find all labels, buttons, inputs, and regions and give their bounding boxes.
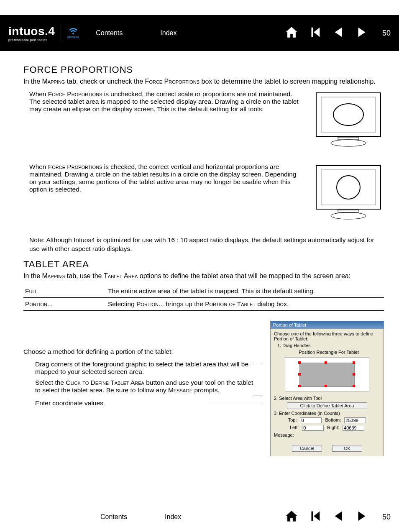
bottom-label: Bottom: [325, 417, 341, 423]
unchecked-paragraph: When Force Proportions is unchecked, the… [23, 90, 300, 113]
list-item: Select the Click to Define Tablet Area b… [35, 379, 262, 396]
cancel-button[interactable]: Cancel [292, 445, 322, 452]
contents-link-footer[interactable]: Contents [100, 513, 127, 521]
tablet-area-intro: In the Mapping tab, use the Tablet Area … [23, 271, 384, 281]
first-page-icon[interactable] [308, 509, 322, 525]
logo-text: intuos.4 [8, 25, 55, 38]
circle-monitor-illustration [313, 163, 384, 223]
right-field[interactable]: 40639 [343, 425, 364, 431]
option-full-desc: The entire active area of the tablet is … [106, 285, 384, 298]
option-portion-label: Portion... [25, 300, 53, 307]
bottom-field[interactable]: 25399 [344, 417, 366, 423]
portion-of-tablet-dialog: Portion of Tablet Choose one of the foll… [270, 321, 384, 456]
tablet-area-options-table: Full The entire active area of the table… [23, 285, 384, 311]
next-page-icon[interactable] [355, 25, 369, 41]
svg-point-9 [331, 212, 366, 219]
home-icon[interactable] [284, 509, 299, 525]
dialog-step1: 1. Drag Handles [277, 343, 380, 348]
table-row: Portion... Selecting Portion... brings u… [23, 298, 384, 311]
force-proportions-intro: In the Mapping tab, check or uncheck the… [23, 77, 384, 86]
page-number-footer: 50 [382, 513, 391, 522]
table-row: Full The entire active area of the table… [23, 285, 384, 298]
index-link-footer[interactable]: Index [165, 513, 181, 521]
svg-point-7 [337, 176, 360, 199]
svg-rect-0 [316, 93, 381, 136]
index-link[interactable]: Index [160, 29, 176, 37]
list-item: Enter coordinate values. [35, 399, 262, 407]
drag-handles-area[interactable] [285, 357, 369, 391]
left-label: Left: [290, 425, 299, 431]
section-title-force-proportions: FORCE PROPORTIONS [23, 64, 384, 75]
list-item: Drag corners of the foreground graphic t… [35, 361, 262, 376]
section-title-tablet-area: TABLET AREA [23, 259, 384, 270]
header-links: Contents Index [96, 29, 176, 37]
next-page-icon[interactable] [355, 509, 369, 525]
option-portion-desc: Selecting Portion... brings up the Porti… [106, 298, 384, 311]
left-field[interactable]: 0 [302, 425, 324, 431]
first-page-icon[interactable] [308, 25, 322, 41]
home-icon[interactable] [284, 25, 299, 41]
svg-point-4 [331, 140, 366, 146]
svg-rect-8 [338, 210, 359, 212]
header-bar: intuos.4 professional pen tablet wireles… [0, 15, 399, 51]
dialog-step1-sub: Position Rectangle For Tablet [277, 350, 380, 355]
top-label: Top: [288, 417, 297, 423]
ellipse-monitor-illustration [313, 90, 384, 151]
portion-instructions: Choose a method for defining a portion o… [23, 321, 262, 410]
dialog-step3: 3. Enter Coordinates (in Counts) [274, 411, 380, 416]
dialog-step2: 2. Select Area with Tool [274, 396, 380, 401]
aspect-ratio-note: Note: Although Intuos4 is optimized for … [29, 236, 384, 253]
prev-page-icon[interactable] [331, 25, 345, 41]
option-full-label: Full [25, 287, 38, 294]
top-field[interactable]: 0 [300, 417, 322, 423]
page-number: 50 [382, 29, 391, 38]
checked-paragraph: When Force Proportions is checked, the c… [23, 163, 300, 193]
footer-links: Contents Index [100, 513, 181, 521]
footer-bar: Contents Index 50 [0, 502, 399, 532]
svg-rect-1 [321, 97, 376, 132]
wireless-icon: wireless [67, 28, 79, 39]
svg-rect-6 [321, 170, 376, 205]
message-label: Message: [274, 432, 380, 437]
logo-subtext: professional pen tablet [8, 38, 47, 42]
dialog-intro-text: Choose one of the following three ways t… [274, 331, 380, 341]
svg-rect-5 [316, 166, 381, 209]
svg-point-2 [333, 104, 363, 125]
prev-page-icon[interactable] [331, 509, 345, 525]
dialog-titlebar: Portion of Tablet [271, 321, 384, 329]
contents-link[interactable]: Contents [96, 29, 123, 37]
click-to-define-button[interactable]: Click to Define Tablet Area [287, 402, 367, 409]
svg-rect-3 [338, 137, 359, 140]
logo: intuos.4 professional pen tablet [8, 25, 61, 42]
ok-button[interactable]: OK [332, 445, 362, 452]
right-label: Right: [327, 425, 339, 431]
